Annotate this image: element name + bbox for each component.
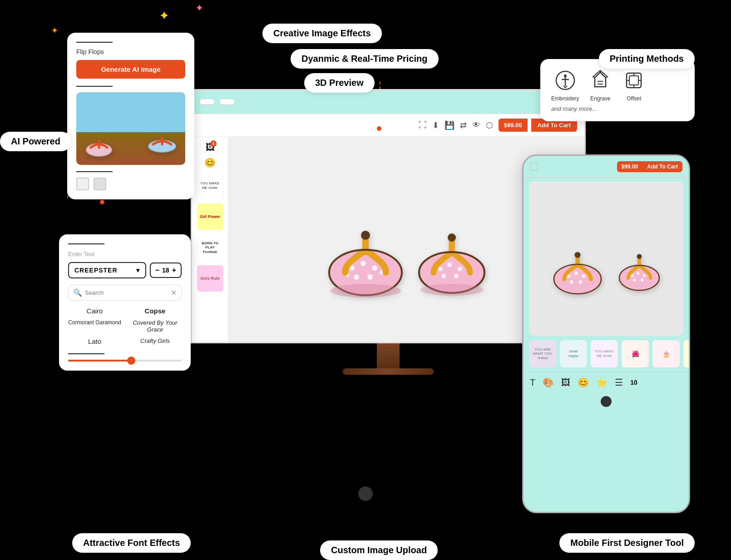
dynamic-pricing-label: Dyanmic & Real-Time Pricing xyxy=(291,49,439,69)
mobile-tool-count: 10 xyxy=(630,379,637,386)
mobile-checkbox[interactable] xyxy=(530,163,538,171)
desktop-tab-2[interactable] xyxy=(219,99,235,105)
svg-point-19 xyxy=(367,274,373,280)
cube-icon[interactable]: ⬡ xyxy=(486,120,493,130)
svg-point-38 xyxy=(570,280,573,284)
font-covered[interactable]: Covered By Your Grace xyxy=(128,319,182,333)
ai-flip-flop-right xyxy=(143,124,182,158)
connector-dot-ai xyxy=(100,200,104,204)
mobile-price: $99.00 xyxy=(617,161,643,172)
mobile-sticker-icon[interactable]: ⭐ xyxy=(596,377,608,388)
ai-panel-divider xyxy=(76,42,113,43)
mobile-thumb-3[interactable]: YOU MAKE ME Smile xyxy=(591,340,618,367)
mobile-flip-flop-right xyxy=(614,220,664,297)
fullscreen-icon[interactable]: ⛶ xyxy=(419,120,427,130)
font-search-input[interactable] xyxy=(85,289,171,296)
save-icon[interactable]: 💾 xyxy=(445,120,454,130)
creative-image-effects-label: Creative Image Effects xyxy=(262,24,382,43)
football-label: BORN TO PLAY Football xyxy=(199,241,222,254)
font-panel: Enter Text CREEPSTER ▾ − 18 + 🔍 ✕ Cairo … xyxy=(59,234,191,371)
download-icon[interactable]: ⬇ xyxy=(432,120,439,130)
desktop-tab-1[interactable] xyxy=(199,99,215,105)
emoji-icon[interactable]: 😊 xyxy=(204,157,216,168)
svg-point-24 xyxy=(330,284,401,297)
sparkle-icon-2: ✦ xyxy=(195,2,203,14)
embroidery-icon xyxy=(553,68,578,93)
mobile-effects-icon[interactable]: 🎨 xyxy=(543,377,554,388)
font-cormorant[interactable]: Cormorant Garamond xyxy=(68,319,121,333)
font-cairo[interactable]: Cairo xyxy=(68,307,121,315)
print-offset: Offset xyxy=(622,68,646,102)
eye-icon[interactable]: 👁 xyxy=(472,120,480,130)
svg-point-16 xyxy=(361,261,366,266)
font-search-row: 🔍 ✕ xyxy=(68,285,182,301)
mobile-home-dot[interactable] xyxy=(601,396,612,407)
font-slider[interactable] xyxy=(68,360,182,362)
price-tag: $99.00 xyxy=(499,119,528,132)
3d-preview-label: 3D Preview xyxy=(304,73,375,93)
font-size-decrease[interactable]: − xyxy=(155,266,159,274)
custom-image-upload-label: Custom Image Upload xyxy=(320,540,438,560)
svg-point-3 xyxy=(564,74,567,77)
sticker-thumb-1[interactable]: YOU MAKE ME Smile xyxy=(197,173,223,199)
engrave-label: Engrave xyxy=(590,95,611,102)
sticker-thumb-3[interactable]: Girls Rule xyxy=(197,265,223,292)
mobile-emoji-icon[interactable]: 😊 xyxy=(578,377,589,388)
printing-methods-label: Printing Methods xyxy=(599,49,695,69)
mobile-add-cart[interactable]: Add To Cart xyxy=(642,161,682,172)
sparkle-icon-1: ✦ xyxy=(159,8,169,23)
print-embroidery: Embroidery xyxy=(551,68,579,102)
font-slider-divider xyxy=(68,353,104,354)
mobile-list-icon[interactable]: ☰ xyxy=(615,377,623,388)
font-panel-text-label: Enter Text xyxy=(68,251,182,258)
mobile-thumb-4[interactable]: 🌺 xyxy=(622,340,649,367)
image-upload-icon[interactable]: 🖼 4 xyxy=(206,142,215,153)
svg-point-48 xyxy=(637,254,642,259)
engrave-icon xyxy=(588,68,612,93)
sidebar-icon-row: 🖼 4 xyxy=(206,142,215,153)
offset-icon xyxy=(622,68,646,93)
mobile-thumb-6[interactable]: 🎨 xyxy=(683,340,689,367)
canvas-flip-flop-left xyxy=(320,177,411,304)
svg-point-43 xyxy=(631,274,634,277)
svg-point-33 xyxy=(420,284,484,296)
svg-point-31 xyxy=(448,233,456,242)
font-slider-thumb[interactable] xyxy=(127,357,135,365)
svg-point-36 xyxy=(574,272,578,275)
mobile-image-icon[interactable]: 🖼 xyxy=(561,377,570,388)
swatch-2[interactable] xyxy=(94,178,106,190)
search-icon: 🔍 xyxy=(73,288,82,297)
svg-rect-9 xyxy=(629,76,638,85)
mobile-thumb-1[interactable]: YOU AREWHAT YOUTHINK xyxy=(529,340,556,367)
desktop-top-bar xyxy=(192,90,584,114)
stand-base xyxy=(343,368,434,375)
font-lato[interactable]: Lato xyxy=(68,337,121,345)
svg-point-45 xyxy=(643,274,646,277)
desktop-toolbar: ⛶ ⬇ 💾 ⇄ 👁 ⬡ $99.00 Add To Cart xyxy=(192,114,584,137)
desktop-bottom-dot xyxy=(358,486,373,501)
font-selector[interactable]: CREEPSTER ▾ xyxy=(68,262,146,278)
font-size-increase[interactable]: + xyxy=(172,266,176,274)
font-grid: Cairo Copse Cormorant Garamond Covered B… xyxy=(68,307,182,345)
mobile-thumb-2[interactable]: Smilehappy xyxy=(560,340,587,367)
share-icon[interactable]: ⇄ xyxy=(460,120,467,130)
svg-point-37 xyxy=(582,274,585,278)
mobile-price-cart: $99.00 Add To Cart xyxy=(617,161,682,172)
sticker-thumb-2[interactable]: Girl Power xyxy=(197,203,223,230)
sticker-football[interactable]: BORN TO PLAY Football xyxy=(197,234,223,261)
swatch-1[interactable] xyxy=(76,178,89,190)
close-icon[interactable]: ✕ xyxy=(171,288,177,297)
desktop-sidebar: 🖼 4 😊 YOU MAKE ME Smile Girl Power BORN … xyxy=(192,137,228,343)
stand-neck xyxy=(377,343,400,368)
mobile-text-icon[interactable]: T xyxy=(530,377,535,388)
connector-dot-3d xyxy=(377,126,381,131)
mobile-thumb-5[interactable]: 🎂 xyxy=(652,340,680,367)
font-copse[interactable]: Copse xyxy=(128,307,182,315)
ai-panel: Flip Flops Generate AI Image xyxy=(67,33,194,199)
font-selector-row: CREEPSTER ▾ − 18 + xyxy=(68,262,182,278)
font-size-control: − 18 + xyxy=(150,263,182,278)
svg-point-18 xyxy=(354,274,359,280)
svg-point-46 xyxy=(633,279,636,282)
font-crafty[interactable]: Crafty Girls xyxy=(128,337,182,345)
generate-ai-image-button[interactable]: Generate AI Image xyxy=(76,60,185,79)
